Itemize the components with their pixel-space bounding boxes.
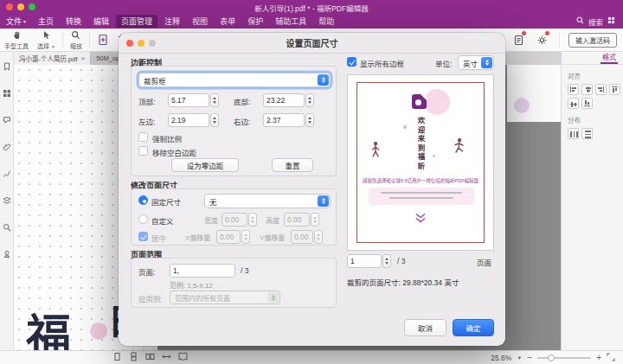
continuous-view-icon[interactable] xyxy=(129,352,138,363)
titlebar: 新人引导(1).pdf * - 福昕PDF编辑器 xyxy=(0,0,623,14)
apply-to-label: 应用到: xyxy=(138,293,163,303)
height-stepper[interactable] xyxy=(311,213,319,227)
y-offset-input[interactable] xyxy=(291,230,313,244)
tab-view[interactable]: 视图 xyxy=(187,15,213,28)
box-type-select[interactable]: 裁剪框 xyxy=(138,73,331,87)
x-offset-stepper[interactable] xyxy=(241,230,250,244)
apply-to-select[interactable]: 范围内的所有页面 xyxy=(170,291,280,304)
signature-icon[interactable] xyxy=(3,166,11,182)
cancel-button[interactable]: 取消 xyxy=(404,319,446,336)
zoom-out-button[interactable]: − xyxy=(527,354,532,362)
left-margin-input[interactable] xyxy=(168,113,209,127)
zoom-level-value[interactable]: 25.6% xyxy=(491,354,511,362)
top-margin-input[interactable] xyxy=(168,93,209,107)
bookmark-icon[interactable] xyxy=(3,59,11,74)
fixed-size-radio[interactable] xyxy=(138,195,148,205)
cursor-icon xyxy=(42,30,51,41)
reset-button[interactable]: 重置 xyxy=(272,158,313,172)
page-thumbnails-icon[interactable] xyxy=(3,86,11,101)
bottom-margin-input[interactable] xyxy=(263,93,305,107)
right-margin-stepper[interactable] xyxy=(305,113,314,127)
stamp-icon[interactable] xyxy=(3,246,11,262)
enter-activation-code-button[interactable]: 输入激活码 xyxy=(568,33,617,48)
close-window-button[interactable] xyxy=(6,3,13,10)
center-checkbox[interactable] xyxy=(138,232,148,241)
settings-tool-icon[interactable] xyxy=(533,31,550,48)
zoom-in-button[interactable]: + xyxy=(596,354,601,362)
notification-badge xyxy=(545,31,549,35)
insert-pages-button[interactable] xyxy=(93,34,113,47)
search-document-icon[interactable] xyxy=(3,220,11,235)
align-top-icon[interactable] xyxy=(609,84,620,95)
remove-blank-margins-checkbox[interactable] xyxy=(138,146,148,156)
align-bottom-icon[interactable] xyxy=(581,98,593,109)
tab-format[interactable]: 格式 xyxy=(601,52,618,64)
hand-icon xyxy=(12,30,22,41)
minimize-window-button[interactable] xyxy=(17,3,24,10)
dialog-minimize-button[interactable] xyxy=(138,40,145,47)
select-chevrons-icon xyxy=(481,57,492,68)
layers-icon[interactable] xyxy=(3,193,11,208)
tab-help[interactable]: 帮助 xyxy=(313,15,339,28)
comments-icon[interactable] xyxy=(3,112,11,128)
height-input[interactable] xyxy=(284,213,310,227)
document-tab-active[interactable]: 冯小惠-个人简历.pdf × xyxy=(14,52,91,65)
attachment-icon[interactable] xyxy=(3,139,11,155)
align-left-icon[interactable] xyxy=(568,84,579,95)
preview-page-input[interactable] xyxy=(347,254,382,268)
tab-form[interactable]: 表单 xyxy=(215,15,241,28)
single-page-view-icon[interactable] xyxy=(112,352,122,363)
apps-grid-icon[interactable] xyxy=(607,16,615,26)
hand-tool-button[interactable]: 手型工具 xyxy=(0,30,33,50)
align-right-icon[interactable] xyxy=(595,84,607,95)
page-range-input[interactable] xyxy=(170,264,235,278)
custom-size-radio[interactable] xyxy=(138,214,148,224)
show-all-borders-checkbox[interactable] xyxy=(347,57,356,67)
dialog-close-button[interactable] xyxy=(126,40,133,47)
reading-mode-icon[interactable] xyxy=(178,352,188,363)
menu-file[interactable]: 文件▾ xyxy=(1,15,31,28)
tab-page-management[interactable]: 页面管理 xyxy=(116,15,157,28)
crop-rectangle[interactable] xyxy=(356,82,485,243)
preview-page-stepper[interactable] xyxy=(382,254,391,268)
unit-select[interactable]: 英寸 xyxy=(458,55,494,70)
zoom-window-button[interactable] xyxy=(29,3,35,10)
width-input[interactable] xyxy=(222,213,247,227)
tab-comment[interactable]: 注释 xyxy=(159,15,185,28)
bottom-margin-stepper[interactable] xyxy=(305,93,314,107)
set-zero-margin-button[interactable]: 设为零边距 xyxy=(171,158,239,172)
search-label[interactable]: 搜索 xyxy=(588,16,603,27)
zoom-tool-button[interactable]: 缩放 xyxy=(66,30,87,50)
align-middle-vertical-icon[interactable] xyxy=(568,98,579,109)
zoom-slider[interactable] xyxy=(537,357,591,359)
left-margin-stepper[interactable] xyxy=(210,113,219,127)
top-margin-stepper[interactable] xyxy=(210,93,219,107)
document-tool-icon[interactable] xyxy=(510,31,527,48)
ok-button[interactable]: 确定 xyxy=(453,319,494,336)
close-tab-icon[interactable]: × xyxy=(81,54,86,62)
fullscreen-icon[interactable] xyxy=(607,353,615,363)
width-stepper[interactable] xyxy=(248,213,257,227)
fit-width-icon[interactable] xyxy=(162,352,171,363)
preview-page-total: / 3 xyxy=(397,257,405,265)
x-offset-input[interactable] xyxy=(216,230,241,244)
align-center-horizontal-icon[interactable] xyxy=(581,84,593,95)
tab-edit[interactable]: 编辑 xyxy=(88,15,114,28)
distribute-vertical-icon[interactable] xyxy=(581,128,593,139)
two-page-view-icon[interactable] xyxy=(145,352,155,363)
zoom-slider-knob[interactable] xyxy=(548,354,555,361)
tab-accessibility[interactable]: 辅助工具 xyxy=(270,15,312,28)
distribute-horizontal-icon[interactable] xyxy=(568,128,579,139)
select-tool-button[interactable]: 选择 ▼ xyxy=(33,30,60,50)
constrain-proportions-checkbox[interactable] xyxy=(138,132,148,142)
tab-protect[interactable]: 保护 xyxy=(242,15,268,28)
fixed-size-select[interactable]: 无 xyxy=(204,194,331,208)
search-icon[interactable] xyxy=(576,16,584,26)
right-margin-input[interactable] xyxy=(263,113,305,127)
y-offset-stepper[interactable] xyxy=(314,230,323,244)
tab-convert[interactable]: 转换 xyxy=(61,15,87,28)
center-label: 居中 xyxy=(151,233,166,243)
chevron-down-icon[interactable]: ▼ xyxy=(517,355,522,361)
tab-home[interactable]: 主页 xyxy=(33,15,59,28)
dialog-header: 设置页面尺寸 xyxy=(119,33,505,54)
